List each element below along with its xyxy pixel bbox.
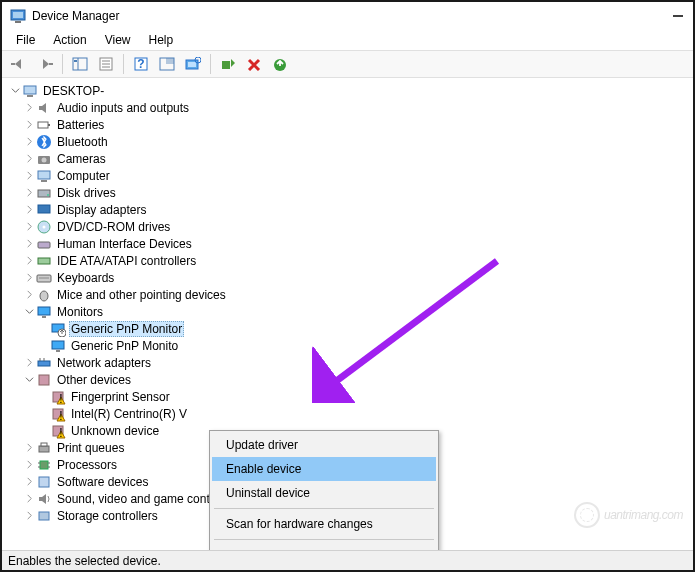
menu-help[interactable]: Help xyxy=(141,31,182,49)
tree-item-bluetooth[interactable]: Bluetooth xyxy=(8,133,693,150)
chevron-right-icon[interactable] xyxy=(22,101,36,115)
svg-rect-50 xyxy=(39,375,49,385)
titlebar: Device Manager xyxy=(2,2,693,30)
forward-button[interactable] xyxy=(34,53,56,75)
tree-item-network[interactable]: Network adapters xyxy=(8,354,693,371)
tree-item-other-devices[interactable]: Other devices xyxy=(8,371,693,388)
tree-item-batteries[interactable]: Batteries xyxy=(8,116,693,133)
tree-item-centrino[interactable]: !Intel(R) Centrino(R) V xyxy=(8,405,693,422)
computer-icon xyxy=(22,83,38,99)
printer-icon xyxy=(36,440,52,456)
svg-rect-1 xyxy=(13,12,23,18)
monitor-icon xyxy=(50,338,66,354)
tree-item-fingerprint[interactable]: !Fingerprint Sensor xyxy=(8,388,693,405)
enable-button[interactable] xyxy=(217,53,239,75)
chevron-right-icon[interactable] xyxy=(22,220,36,234)
chevron-right-icon[interactable] xyxy=(22,254,36,268)
menu-file[interactable]: File xyxy=(8,31,43,49)
display-icon xyxy=(36,202,52,218)
properties-button[interactable] xyxy=(95,53,117,75)
help-button[interactable]: ? xyxy=(130,53,152,75)
disk-icon xyxy=(36,185,52,201)
show-hide-console-button[interactable] xyxy=(69,53,91,75)
tree-item-generic-pnp-monitor-2[interactable]: Generic PnP Monito xyxy=(8,337,693,354)
tree-item-disk-drives[interactable]: Disk drives xyxy=(8,184,693,201)
status-text: Enables the selected device. xyxy=(8,554,161,568)
chevron-right-icon[interactable] xyxy=(22,492,36,506)
tree-item-ide[interactable]: IDE ATA/ATAPI controllers xyxy=(8,252,693,269)
svg-rect-47 xyxy=(38,361,50,366)
minimize-button[interactable] xyxy=(671,9,685,23)
tree-root[interactable]: DESKTOP- xyxy=(8,82,693,99)
chevron-right-icon[interactable] xyxy=(22,203,36,217)
window-controls xyxy=(671,9,685,23)
ctx-scan-hardware[interactable]: Scan for hardware changes xyxy=(212,512,436,536)
svg-rect-4 xyxy=(11,63,15,65)
tree-label: DESKTOP- xyxy=(41,84,106,98)
chevron-right-icon[interactable] xyxy=(22,237,36,251)
svg-rect-8 xyxy=(74,60,77,62)
back-button[interactable] xyxy=(8,53,30,75)
tree-item-computer[interactable]: Computer xyxy=(8,167,693,184)
chevron-right-icon[interactable] xyxy=(22,135,36,149)
camera-icon xyxy=(36,151,52,167)
tree-item-generic-pnp-monitor-1[interactable]: Generic PnP Monitor xyxy=(8,320,693,337)
warning-icon: ! xyxy=(50,406,66,422)
menu-view[interactable]: View xyxy=(97,31,139,49)
svg-rect-33 xyxy=(38,205,50,213)
chevron-down-icon[interactable] xyxy=(8,84,22,98)
window-title: Device Manager xyxy=(32,9,671,23)
chevron-right-icon[interactable] xyxy=(22,356,36,370)
chevron-down-icon[interactable] xyxy=(22,305,36,319)
chevron-right-icon[interactable] xyxy=(22,458,36,472)
toolbar: ? xyxy=(2,50,693,78)
warning-icon: ! xyxy=(50,389,66,405)
svg-point-35 xyxy=(43,225,46,228)
tree-item-monitors[interactable]: Monitors xyxy=(8,303,693,320)
svg-text:!: ! xyxy=(59,409,62,422)
uninstall-button[interactable] xyxy=(243,53,265,75)
ctx-uninstall-device[interactable]: Uninstall device xyxy=(212,481,436,505)
ctx-update-driver[interactable]: Update driver xyxy=(212,433,436,457)
network-icon xyxy=(36,355,52,371)
dvd-icon xyxy=(36,219,52,235)
chevron-right-icon[interactable] xyxy=(22,118,36,132)
toolbar-separator xyxy=(123,54,124,74)
menu-action[interactable]: Action xyxy=(45,31,94,49)
monitor-disabled-icon xyxy=(50,321,66,337)
tree-item-audio[interactable]: Audio inputs and outputs xyxy=(8,99,693,116)
monitor-icon xyxy=(36,304,52,320)
chevron-right-icon[interactable] xyxy=(22,509,36,523)
ctx-separator xyxy=(214,508,434,509)
chevron-right-icon[interactable] xyxy=(22,288,36,302)
svg-rect-37 xyxy=(38,258,50,264)
tree-item-keyboards[interactable]: Keyboards xyxy=(8,269,693,286)
storage-icon xyxy=(36,508,52,524)
svg-rect-29 xyxy=(38,171,50,179)
chevron-down-icon[interactable] xyxy=(22,373,36,387)
ctx-enable-device[interactable]: Enable device xyxy=(212,457,436,481)
tree-item-display-adapters[interactable]: Display adapters xyxy=(8,201,693,218)
scan-hardware-button[interactable] xyxy=(182,53,204,75)
svg-rect-45 xyxy=(52,341,64,349)
svg-rect-64 xyxy=(39,477,49,487)
tree-item-dvd[interactable]: DVD/CD-ROM drives xyxy=(8,218,693,235)
ctx-properties[interactable]: Properties xyxy=(212,543,436,550)
tree-item-cameras[interactable]: Cameras xyxy=(8,150,693,167)
chevron-right-icon[interactable] xyxy=(22,271,36,285)
sound-icon xyxy=(36,491,52,507)
chevron-right-icon[interactable] xyxy=(22,169,36,183)
tree-item-mice[interactable]: Mice and other pointing devices xyxy=(8,286,693,303)
chevron-right-icon[interactable] xyxy=(22,475,36,489)
chevron-right-icon[interactable] xyxy=(22,186,36,200)
update-driver-button[interactable] xyxy=(269,53,291,75)
svg-text:?: ? xyxy=(137,57,144,71)
svg-rect-41 xyxy=(38,307,50,315)
tree-item-hid[interactable]: Human Interface Devices xyxy=(8,235,693,252)
svg-text:!: ! xyxy=(59,426,62,439)
action-button[interactable] xyxy=(156,53,178,75)
svg-rect-46 xyxy=(56,350,60,352)
svg-rect-59 xyxy=(40,461,48,469)
chevron-right-icon[interactable] xyxy=(22,152,36,166)
chevron-right-icon[interactable] xyxy=(22,441,36,455)
